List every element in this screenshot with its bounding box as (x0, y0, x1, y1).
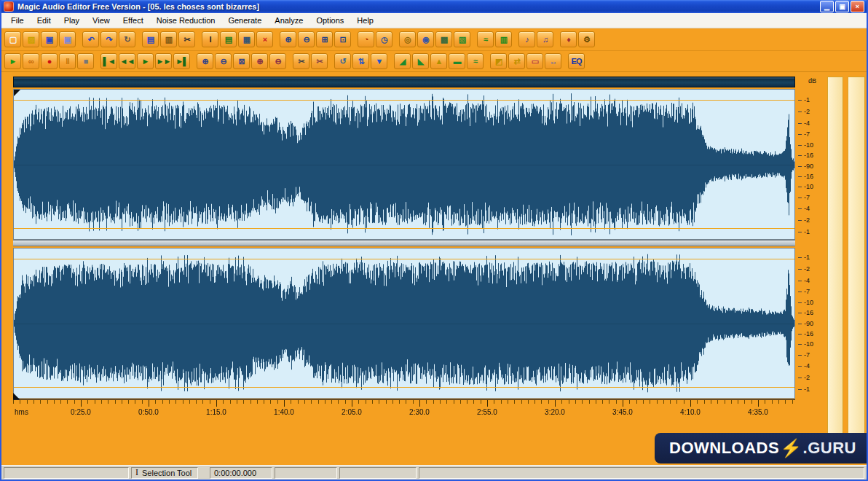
redo-button[interactable]: ↷ (100, 31, 117, 47)
open-file-button[interactable]: ▨ (23, 31, 39, 47)
zoom-all-button[interactable]: ⊡ (334, 31, 351, 47)
waveform-channel-left[interactable] (13, 89, 795, 240)
zoom-in-icon: ⊕ (285, 36, 291, 44)
close-button[interactable]: × (851, 1, 864, 12)
clip-guide-bottom (14, 387, 794, 388)
fade-out-button[interactable]: ◣ (412, 53, 429, 69)
fast-forward-button[interactable]: ►► (155, 53, 172, 69)
midi-note-button[interactable]: ♫ (537, 31, 553, 47)
ruler-time-label: 3:45.0 (612, 408, 633, 416)
ruler-major-tick (216, 400, 217, 407)
menu-analyze[interactable]: Analyze (268, 14, 309, 27)
invert-button[interactable]: ◩ (490, 53, 507, 69)
menu-noise-reduction[interactable]: Noise Reduction (150, 14, 222, 27)
menu-edit[interactable]: Edit (31, 14, 58, 27)
add-marker-button[interactable]: ▼ (371, 53, 387, 69)
stop-button[interactable]: ■ (77, 53, 94, 69)
cd-burn-button[interactable]: ◎ (399, 31, 416, 47)
mix-files-button[interactable]: ▧ (454, 31, 470, 47)
delete-button[interactable]: × (256, 31, 273, 47)
spectrum-view-button[interactable]: ▥ (495, 31, 512, 47)
playlist-button[interactable]: ▤ (220, 31, 237, 47)
db-tick (798, 134, 802, 135)
settings-button[interactable]: ⚙ (578, 31, 595, 47)
cut-button[interactable]: ✂ (178, 31, 195, 47)
equalizer-button[interactable]: EQ (568, 53, 585, 69)
amplify-button[interactable]: ▲ (430, 53, 447, 69)
menu-generate[interactable]: Generate (221, 14, 268, 27)
selection-tool-button[interactable]: I (202, 31, 218, 47)
db-label: -2 (804, 265, 810, 273)
audio-note-button[interactable]: ♪ (518, 31, 535, 47)
envelope-button[interactable]: ≈ (467, 53, 484, 69)
loop-play-button[interactable]: ∞ (23, 53, 39, 69)
record-button[interactable]: ● (41, 53, 58, 69)
scroll-vertical-button[interactable]: ⇅ (352, 53, 369, 69)
cursor-marker-top[interactable] (14, 90, 20, 96)
schedule-clock-button[interactable]: ◷ (376, 31, 392, 47)
microphone-button[interactable]: ♦ (560, 31, 577, 47)
scroll-vertical-icon: ⇅ (358, 58, 363, 66)
db-tick (798, 187, 802, 187)
zoom-selection-button[interactable]: ⊞ (316, 31, 333, 47)
menu-effect[interactable]: Effect (117, 14, 150, 27)
ruler-major-tick (487, 400, 488, 407)
db-label: -7 (804, 194, 810, 201)
zoom-to-selection-button[interactable]: ⊠ (233, 53, 250, 69)
zoom-out-button[interactable]: ⊖ (298, 31, 315, 47)
save-file-button[interactable]: ▣ (41, 31, 58, 47)
menu-options[interactable]: Options (309, 14, 350, 27)
repeat-action-button[interactable]: ↻ (119, 31, 135, 47)
go-end-button[interactable]: ►▌ (173, 53, 190, 69)
timeline-ruler[interactable]: hms 0:25.00:50.01:15.01:40.02:05.02:30.0… (13, 399, 795, 420)
print-button[interactable]: ▦ (238, 31, 255, 47)
insert-silence-button[interactable]: ▭ (526, 53, 543, 69)
ruler-time-label: 0:25.0 (71, 408, 91, 416)
play-button[interactable]: ► (4, 53, 21, 69)
zoom-in-button[interactable]: ⊕ (280, 31, 296, 47)
vertical-scrollbar[interactable] (827, 77, 843, 458)
crop-selection-button[interactable]: ✂ (311, 53, 328, 69)
cut-selection-button[interactable]: ✂ (293, 53, 309, 69)
menu-file[interactable]: File (4, 14, 31, 27)
channel-splitter[interactable] (13, 240, 795, 246)
go-start-button[interactable]: ▌◄ (100, 53, 117, 69)
play-from-cursor-button[interactable]: ► (137, 53, 154, 69)
menu-view[interactable]: View (86, 14, 117, 27)
paste-button[interactable]: ▥ (160, 31, 177, 47)
ruler-major-tick (149, 400, 149, 407)
vertical-zoom-slider[interactable] (848, 77, 865, 458)
menu-play[interactable]: Play (58, 14, 86, 27)
fade-in-button[interactable]: ◢ (394, 53, 411, 69)
minimize-button[interactable]: ▁ (820, 1, 834, 12)
waveform-channel-right[interactable] (13, 248, 795, 399)
reverse-icon: ⇄ (513, 58, 519, 66)
status-time-value: 0:00:00.000 (214, 469, 256, 477)
zoom-in-horizontal-button[interactable]: ⊕ (197, 53, 213, 69)
titlebar[interactable]: Magic Audio Editor Free Version - [05. l… (1, 0, 867, 13)
cd-rip-button[interactable]: ◉ (417, 31, 434, 47)
zoom-out-horizontal-button[interactable]: ⊖ (215, 53, 232, 69)
status-segment (419, 467, 864, 479)
menu-help[interactable]: Help (350, 14, 380, 27)
normalize-button[interactable]: ▬ (449, 53, 465, 69)
copy-icon: ▤ (147, 36, 154, 44)
batch-convert-button[interactable]: ▩ (435, 31, 452, 47)
zoom-in-vertical-button[interactable]: ⊕ (251, 53, 268, 69)
cursor-marker-bottom[interactable] (13, 393, 20, 399)
rewind-button[interactable]: ◄◄ (119, 53, 135, 69)
ruler-major-tick (81, 400, 82, 407)
save-as-button[interactable]: ▣ (59, 31, 76, 47)
undo-zoom-button[interactable]: ↺ (334, 53, 351, 69)
copy-button[interactable]: ▤ (142, 31, 159, 47)
overview-position-bar[interactable] (13, 77, 795, 87)
new-file-button[interactable]: ▢ (4, 31, 21, 47)
zoom-out-vertical-button[interactable]: ⊖ (269, 53, 286, 69)
restore-button[interactable]: ▣ (835, 1, 849, 12)
frequency-analysis-button[interactable]: ≈ (477, 31, 494, 47)
undo-button[interactable]: ↶ (82, 31, 99, 47)
record-timer-button[interactable]: ◔ (358, 31, 374, 47)
time-stretch-button[interactable]: ↔ (545, 53, 561, 69)
reverse-button[interactable]: ⇄ (508, 53, 525, 69)
pause-button[interactable]: ‖ (59, 53, 76, 69)
